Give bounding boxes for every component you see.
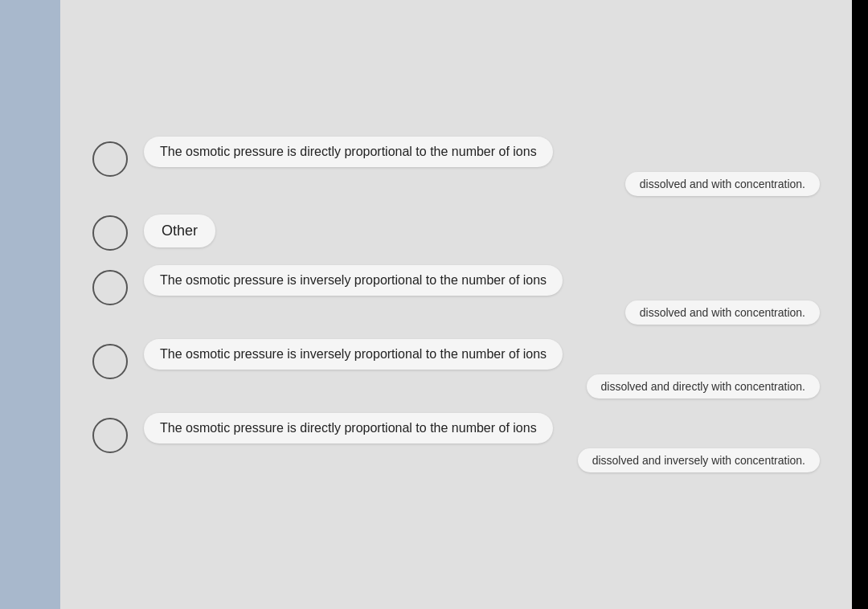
option-5-main-text: The osmotic pressure is directly proport…	[160, 421, 537, 435]
option-3-text-block: The osmotic pressure is inversely propor…	[144, 265, 820, 325]
radio-option-other[interactable]	[92, 215, 128, 251]
radio-option-1[interactable]	[92, 141, 128, 177]
option-3-main-bubble: The osmotic pressure is inversely propor…	[144, 265, 563, 296]
option-row-3: The osmotic pressure is inversely propor…	[92, 265, 820, 325]
option-5-main-bubble: The osmotic pressure is directly proport…	[144, 413, 553, 443]
option-other-bubble: Other	[144, 215, 215, 247]
option-1-main-bubble: The osmotic pressure is directly proport…	[144, 137, 553, 167]
option-other-label: Other	[162, 223, 198, 239]
option-row-other: Other	[92, 210, 820, 251]
option-row-4: The osmotic pressure is inversely propor…	[92, 339, 820, 399]
option-1-sub-bubble: dissolved and with concentration.	[625, 172, 820, 196]
option-1-main-text: The osmotic pressure is directly proport…	[160, 145, 537, 158]
option-1-text-block: The osmotic pressure is directly proport…	[144, 137, 820, 196]
radio-option-5[interactable]	[92, 418, 128, 453]
option-3-sub-text: dissolved and with concentration.	[640, 306, 805, 319]
option-4-sub-text: dissolved and directly with concentratio…	[601, 380, 805, 393]
option-3-main-text: The osmotic pressure is inversely propor…	[160, 273, 547, 287]
option-row-1: The osmotic pressure is directly proport…	[92, 137, 820, 196]
option-5-sub-bubble: dissolved and inversely with concentrati…	[578, 448, 820, 472]
main-content: The osmotic pressure is directly proport…	[60, 0, 852, 609]
option-4-main-bubble: The osmotic pressure is inversely propor…	[144, 339, 563, 370]
option-4-text-block: The osmotic pressure is inversely propor…	[144, 339, 820, 399]
radio-option-4[interactable]	[92, 344, 128, 379]
left-sidebar	[0, 0, 60, 609]
option-1-sub-text: dissolved and with concentration.	[640, 178, 805, 190]
option-3-sub-bubble: dissolved and with concentration.	[625, 300, 820, 325]
option-5-text-block: The osmotic pressure is directly proport…	[144, 413, 820, 472]
right-sidebar	[852, 0, 868, 609]
option-5-sub-text: dissolved and inversely with concentrati…	[592, 454, 805, 467]
radio-option-3[interactable]	[92, 270, 128, 305]
option-4-sub-bubble: dissolved and directly with concentratio…	[587, 374, 820, 399]
option-row-5: The osmotic pressure is directly proport…	[92, 413, 820, 472]
option-4-main-text: The osmotic pressure is inversely propor…	[160, 347, 547, 361]
